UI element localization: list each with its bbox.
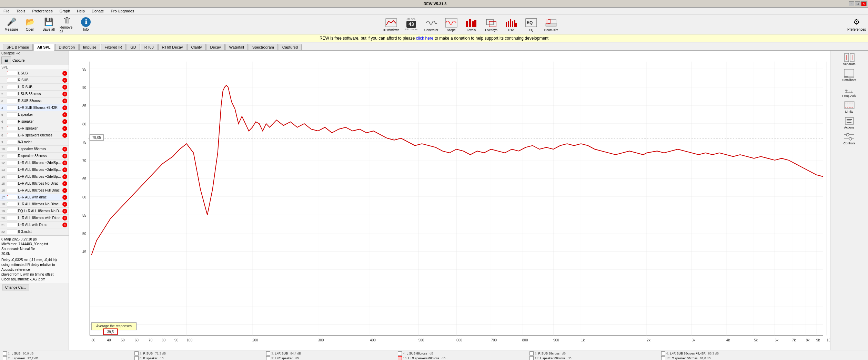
tab-gd[interactable]: GD [127, 44, 140, 50]
sidebar-row[interactable]: R SUB× [0, 77, 69, 84]
row-close-button[interactable]: × [62, 105, 67, 110]
legend-checkbox[interactable] [529, 356, 534, 360]
sidebar-row[interactable]: 228-3.mdat [0, 228, 69, 235]
row-close-button[interactable]: × [62, 174, 67, 179]
overlays-button[interactable]: Overlays [482, 17, 500, 32]
donation-link[interactable]: click here [416, 36, 434, 41]
sidebar-row[interactable]: 10L speaker 88cross× [0, 146, 69, 153]
row-close-button[interactable]: × [62, 195, 67, 200]
tab-waterfall[interactable]: Waterfall [225, 44, 248, 50]
legend-checkbox[interactable] [398, 351, 402, 356]
row-close-button[interactable]: × [62, 209, 67, 214]
change-cal-button[interactable]: Change Cal... [2, 285, 29, 290]
row-close-button[interactable]: × [62, 119, 67, 124]
separate-button[interactable]: Separate [842, 52, 856, 66]
generator-button[interactable]: Generator [422, 17, 440, 32]
controls-button[interactable]: Controls [843, 131, 856, 146]
ir-windows-button[interactable]: IR windows [382, 17, 400, 32]
legend-checkbox[interactable] [266, 356, 270, 360]
legend-checkbox[interactable] [3, 356, 7, 360]
legend-checkbox[interactable] [661, 351, 665, 356]
menu-item-graph[interactable]: Graph [58, 8, 72, 14]
sidebar-row[interactable]: 21L+R ALL with Dirac× [0, 222, 69, 228]
legend-checkbox[interactable] [398, 356, 402, 360]
row-close-button[interactable]: × [62, 202, 67, 207]
row-close-button[interactable]: × [62, 78, 67, 83]
close-button[interactable]: ✕ [861, 1, 867, 6]
menu-item-pro-upgrades[interactable]: Pro Upgrades [109, 8, 136, 14]
row-close-button[interactable]: × [62, 181, 67, 186]
sidebar-row[interactable]: 8L+R speakers 88cross× [0, 132, 69, 139]
legend-checkbox[interactable] [134, 356, 139, 360]
row-close-button[interactable]: × [62, 223, 67, 227]
legend-checkbox[interactable] [266, 351, 270, 356]
save-all-button[interactable]: 💾 Save all [40, 16, 57, 33]
menu-item-help[interactable]: Help [75, 8, 87, 14]
tab-filtered-ir[interactable]: Filtered IR [101, 44, 126, 50]
row-close-button[interactable]: × [62, 154, 67, 158]
row-close-button[interactable]: × [62, 147, 67, 152]
row-close-button[interactable]: × [62, 126, 67, 131]
sidebar-row[interactable]: 3R SUB 88cross× [0, 97, 69, 104]
row-close-button[interactable]: × [62, 99, 67, 103]
room-sim-button[interactable]: Room sim [542, 17, 560, 32]
row-close-button[interactable]: × [62, 85, 67, 90]
row-close-button[interactable]: × [62, 161, 67, 165]
tab-spectrogram[interactable]: Spectrogram [249, 44, 278, 50]
tab-rt60-decay[interactable]: RT60 Decay [158, 44, 187, 50]
legend-checkbox[interactable] [134, 351, 139, 356]
row-close-button[interactable]: × [62, 92, 67, 96]
sidebar-row[interactable]: L SUB× [0, 70, 69, 77]
row-close-button[interactable]: × [62, 133, 67, 138]
sidebar-row[interactable]: 12L+R ALL 88cross +2delSpeak× [0, 160, 69, 166]
row-close-button[interactable]: × [62, 71, 67, 76]
eq-button[interactable]: EQ EQ [522, 17, 540, 32]
menu-item-file[interactable]: File [1, 8, 12, 14]
actions-button[interactable]: Actions [843, 115, 856, 130]
sidebar-row[interactable]: 15L+R ALL 88cross No Dirac× [0, 180, 69, 187]
legend-checkbox[interactable] [3, 351, 7, 356]
sidebar-row[interactable]: 20L+R ALL 88cross with Dirac× [0, 215, 69, 222]
sidebar-row[interactable]: 17L+R ALL with dirac× [0, 194, 69, 201]
tab-spl-&-phase[interactable]: SPL & Phase [3, 44, 33, 50]
sidebar-row[interactable]: 1L+R SUB× [0, 84, 69, 91]
tab-rt60[interactable]: RT60 [141, 44, 158, 50]
tab-clarity[interactable]: Clarity [187, 44, 205, 50]
tab-impulse[interactable]: Impulse [79, 44, 100, 50]
rta-button[interactable]: RTA [502, 17, 520, 32]
row-close-button[interactable]: × [62, 167, 67, 172]
row-close-button[interactable]: × [62, 188, 67, 193]
remove-all-button[interactable]: 🗑 Remove all [59, 16, 76, 33]
tab-decay[interactable]: Decay [206, 44, 225, 50]
freq-axis-button[interactable]: Hz Freq. Axis [841, 84, 857, 98]
tab-all-spl[interactable]: All SPL [33, 44, 54, 51]
sidebar-row[interactable]: 13L+R ALL 88cross +2delSpeak× [0, 166, 69, 173]
menu-item-preferences[interactable]: Preferences [30, 8, 54, 14]
sidebar-row[interactable]: 7L+R speaker× [0, 125, 69, 132]
measure-button[interactable]: 🎤 Measure [3, 16, 20, 33]
sidebar-row[interactable]: 14L+R ALL 88cross +2delSpeak× [0, 173, 69, 180]
preferences-button[interactable]: ⚙ Preferences [848, 16, 865, 33]
spl-meter-button[interactable]: dB SPL 43 SPL meter [402, 18, 420, 31]
info-button[interactable]: ℹ Info [77, 16, 94, 33]
sidebar-row[interactable]: 19EQ L+R ALL 88cross No Dirac× [0, 208, 69, 215]
open-button[interactable]: 📂 Open [21, 16, 39, 33]
row-close-button[interactable]: × [62, 216, 67, 220]
sidebar-row[interactable]: 16L+R ALL 88cross Full Dirac× [0, 187, 69, 194]
sidebar-row[interactable]: 5L speaker× [0, 111, 69, 118]
tab-distortion[interactable]: Distortion [55, 44, 79, 50]
sidebar-row[interactable]: 98-3.mdat [0, 139, 69, 146]
legend-checkbox[interactable] [529, 351, 534, 356]
minimize-button[interactable]: − [849, 1, 854, 6]
menu-item-donate[interactable]: Donate [90, 8, 106, 14]
sidebar-row[interactable]: 2L SUB 88cross× [0, 91, 69, 97]
menu-item-tools[interactable]: Tools [14, 8, 28, 14]
scrollbars-button[interactable]: Scrollbars [841, 68, 857, 82]
row-close-button[interactable]: × [62, 112, 67, 117]
sidebar-row[interactable]: 11R speaker 88cross× [0, 153, 69, 160]
scope-button[interactable]: Scope [442, 17, 460, 32]
tab-captured[interactable]: Captured [279, 44, 302, 50]
legend-checkbox[interactable] [661, 356, 665, 360]
levels-button[interactable]: Levels [462, 17, 480, 32]
limits-button[interactable]: Limits [843, 100, 856, 114]
